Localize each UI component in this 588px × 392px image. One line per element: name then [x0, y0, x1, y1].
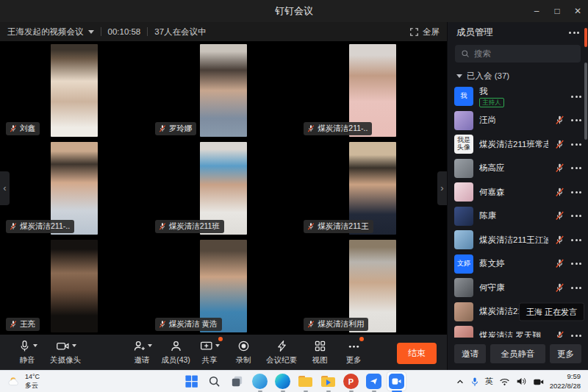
member-row[interactable]: 文婷 蔡文婷 [448, 252, 588, 277]
invite-button[interactable]: 邀请 [125, 338, 159, 366]
joined-section-header[interactable]: 已入会 (37) [448, 63, 588, 85]
record-label: 录制 [236, 355, 251, 366]
meeting-toolbar: 静音 关摄像头 邀请 成员(43) 共享 [0, 335, 447, 370]
camera-off-button[interactable]: 关摄像头 [44, 338, 87, 366]
mic-muted-icon[interactable] [554, 282, 565, 293]
member-row[interactable]: 我是 头像 煤炭清洁211班常志源 [448, 132, 588, 157]
chevron-down-icon[interactable] [148, 344, 152, 347]
mic-muted-icon[interactable] [554, 330, 565, 338]
video-cell[interactable]: 罗玲娜 [149, 41, 298, 139]
task-view-button[interactable] [228, 372, 246, 391]
speaker-icon[interactable] [516, 377, 527, 386]
tray-date: 2022/8/28 [550, 382, 581, 391]
mic-muted-icon[interactable] [554, 115, 565, 126]
member-row[interactable]: 我 我 主持人 [448, 85, 588, 109]
video-name-label: 煤炭清洁211王 [304, 220, 373, 233]
media-folder-shortcut[interactable] [319, 372, 337, 391]
close-button[interactable]: ✕ [567, 0, 588, 22]
file-explorer-shortcut[interactable] [296, 372, 315, 391]
participant-name: 煤炭清洁211-.. [318, 124, 368, 134]
chevron-down-icon[interactable] [72, 344, 76, 347]
member-row[interactable]: 汪尚 [448, 109, 588, 133]
input-language-button[interactable]: 英 [485, 376, 493, 387]
video-cell[interactable]: 煤炭清洁利用 [298, 237, 447, 335]
member-row[interactable]: 煤炭清洁211王江波 [448, 228, 588, 252]
folder-icon [298, 376, 312, 387]
next-page-arrow[interactable]: › [437, 171, 447, 205]
end-meeting-button[interactable]: 结束 [397, 343, 437, 364]
video-cell[interactable]: 王亮 [0, 237, 149, 335]
footer-more-button[interactable]: 更多 [550, 344, 581, 363]
speaking-toast: 王海 正在发言 [519, 302, 584, 321]
chevron-down-icon[interactable] [88, 30, 94, 34]
member-row[interactable]: 煤炭清洁211-孔德 王海 正在发言 [448, 300, 588, 324]
more-button[interactable]: 更多 [337, 338, 370, 366]
view-layout-button[interactable]: 视图 [303, 338, 337, 366]
meeting-title[interactable]: 王海发起的视频会议 [7, 26, 84, 38]
video-cell[interactable]: 煤炭清洁211王 [298, 139, 447, 237]
chevron-down-icon[interactable] [215, 344, 220, 347]
mic-muted-icon[interactable] [554, 163, 565, 174]
video-cell[interactable]: 煤炭清洁211班 [149, 139, 298, 237]
messenger-shortcut[interactable] [365, 372, 383, 391]
record-button[interactable]: 录制 [226, 338, 260, 366]
member-more-button[interactable] [571, 287, 581, 289]
member-more-button[interactable] [571, 335, 581, 337]
scrollbar-thumb-accent[interactable] [584, 28, 587, 47]
weather-widget[interactable]: 14°C 多云 [7, 373, 40, 390]
member-row[interactable]: 何嘉森 [448, 180, 588, 204]
member-row[interactable]: 何守康 [448, 276, 588, 300]
panel-more-button[interactable] [569, 32, 579, 34]
member-avatar: 我是 头像 [454, 135, 473, 154]
share-screen-button[interactable]: 共享 [193, 338, 226, 366]
member-more-button[interactable] [571, 96, 581, 98]
mic-muted-icon[interactable] [554, 139, 565, 150]
scrollbar-thumb[interactable] [584, 63, 587, 140]
member-row[interactable]: 煤炭清洁 罗天翔 [448, 324, 588, 338]
search-input[interactable] [474, 49, 562, 58]
participant-video [200, 44, 247, 137]
meeting-minutes-button[interactable]: 会议纪要 [260, 338, 303, 366]
member-more-button[interactable] [571, 263, 581, 265]
search-icon [208, 375, 220, 388]
video-cell[interactable]: 刘鑫 [0, 41, 149, 139]
chevron-down-icon[interactable] [33, 344, 37, 347]
maximize-button[interactable]: □ [547, 0, 567, 22]
mic-muted-icon[interactable] [554, 258, 565, 269]
powerpoint-shortcut[interactable]: P [342, 372, 360, 391]
video-cell[interactable]: 煤炭清洁211-.. [298, 41, 447, 139]
member-more-button[interactable] [571, 191, 581, 193]
invite-footer-button[interactable]: 邀请 [454, 344, 486, 363]
edge-shortcut[interactable] [273, 372, 292, 391]
member-search-box[interactable] [455, 45, 581, 63]
member-more-button[interactable] [571, 239, 581, 241]
mute-all-button[interactable]: 全员静音 [490, 344, 545, 363]
start-button[interactable] [182, 372, 201, 391]
member-row[interactable]: 杨高应 [448, 157, 588, 181]
member-more-button[interactable] [571, 119, 581, 121]
clock-widget[interactable]: 9:59 2022/8/28 [550, 372, 581, 391]
member-row[interactable]: 陈康 [448, 204, 588, 229]
fullscreen-button[interactable]: 全屏 [409, 26, 440, 38]
camera-icon [55, 339, 71, 353]
wifi-icon[interactable] [499, 377, 510, 386]
weather-desc: 多云 [25, 382, 40, 391]
member-more-button[interactable] [571, 215, 581, 217]
member-more-button[interactable] [571, 167, 581, 169]
prev-page-arrow[interactable]: ‹ [0, 171, 10, 205]
member-more-button[interactable] [571, 143, 581, 146]
tray-microphone-icon[interactable] [470, 377, 479, 387]
chevron-up-icon[interactable] [456, 377, 465, 386]
minimize-button[interactable]: – [526, 0, 547, 22]
members-button[interactable]: 成员(43) [159, 338, 193, 366]
mic-muted-icon[interactable] [554, 210, 565, 221]
camera-in-use-icon[interactable] [533, 377, 544, 386]
mute-button[interactable]: 静音 [10, 338, 44, 366]
taskbar-search-button[interactable] [205, 372, 223, 391]
dingtalk-meeting-app[interactable] [387, 372, 406, 391]
edge-dev-shortcut[interactable] [251, 372, 269, 391]
mic-muted-icon[interactable] [554, 235, 565, 246]
mic-muted-icon[interactable] [554, 187, 565, 198]
video-cell[interactable]: 煤炭清洁211-.. [0, 139, 149, 237]
video-cell[interactable]: 煤炭清洁 黄浩 [149, 237, 298, 335]
